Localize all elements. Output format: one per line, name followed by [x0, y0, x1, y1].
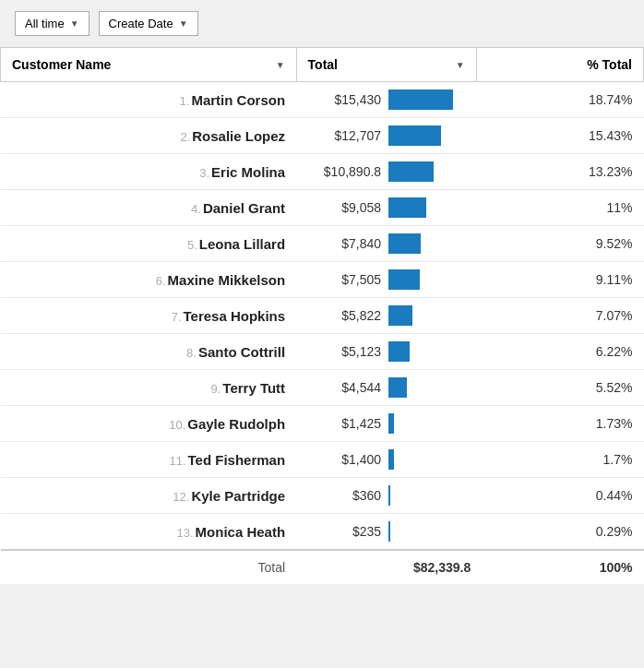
table-footer-row: Total $82,339.8 100% — [1, 550, 644, 584]
bar — [388, 269, 420, 290]
cell-customer-name: 8.Santo Cottrill — [1, 334, 297, 370]
bar — [388, 485, 390, 506]
cell-total: $1,425 — [296, 406, 476, 442]
table-row: 7.Teresa Hopkins $5,822 7.07% — [1, 298, 644, 334]
cell-total: $7,840 — [296, 226, 476, 262]
rank-label: 10. — [169, 418, 185, 432]
pct-value: 1.7% — [603, 452, 633, 467]
bar — [388, 377, 407, 398]
footer-total: $82,339.8 — [413, 560, 471, 575]
rank-label: 7. — [172, 310, 182, 324]
table-row: 4.Daniel Grant $9,058 11% — [1, 190, 644, 226]
pct-value: 1.73% — [596, 416, 633, 431]
total-value: $12,707 — [307, 128, 381, 143]
table-container: Customer Name ▼ Total ▼ % Total — [0, 47, 644, 584]
time-filter-arrow: ▼ — [70, 18, 79, 29]
total-value: $235 — [307, 524, 381, 539]
time-filter-button[interactable]: All time ▼ — [15, 11, 89, 36]
date-filter-arrow: ▼ — [179, 18, 188, 29]
cell-pct: 9.52% — [476, 226, 643, 262]
table-row: 11.Ted Fisherman $1,400 1.7% — [1, 442, 644, 478]
time-filter-label: All time — [25, 17, 65, 30]
date-filter-label: Create Date — [109, 17, 173, 30]
bar — [388, 197, 426, 218]
customer-name: Teresa Hopkins — [184, 308, 286, 324]
cell-customer-name: 7.Teresa Hopkins — [1, 298, 297, 334]
customer-name: Maxine Mikkelson — [168, 272, 286, 288]
rank-label: 5. — [187, 238, 197, 252]
cell-total: $5,123 — [296, 334, 476, 370]
total-value: $7,505 — [307, 272, 381, 287]
table-row: 2.Rosalie Lopez $12,707 15.43% — [1, 118, 644, 154]
pct-value: 15.43% — [589, 128, 632, 143]
cell-customer-name: 13.Monica Heath — [1, 514, 297, 551]
top-bar: All time ▼ Create Date ▼ — [0, 0, 644, 47]
bar — [388, 125, 441, 146]
total-value: $10,890.8 — [307, 164, 381, 179]
pct-value: 5.52% — [596, 380, 633, 395]
rank-label: 6. — [156, 274, 166, 288]
cell-pct: 7.07% — [476, 298, 643, 334]
table-row: 13.Monica Heath $235 0.29% — [1, 514, 644, 551]
cell-customer-name: 10.Gayle Rudolph — [1, 406, 297, 442]
col-total-arrow: ▼ — [456, 60, 465, 70]
cell-total: $360 — [296, 478, 476, 514]
bar — [388, 413, 394, 434]
cell-total: $5,822 — [296, 298, 476, 334]
customer-name: Terry Tutt — [222, 380, 285, 396]
customer-name: Gayle Rudolph — [187, 416, 285, 432]
customer-name: Santo Cottrill — [198, 344, 285, 360]
rank-label: 13. — [177, 526, 194, 540]
footer-pct: 100% — [600, 560, 633, 575]
customer-name: Daniel Grant — [203, 200, 285, 216]
total-value: $1,425 — [307, 416, 381, 431]
table-row: 8.Santo Cottrill $5,123 6.22% — [1, 334, 644, 370]
footer-label-cell: Total — [1, 550, 297, 584]
cell-total: $235 — [296, 514, 476, 551]
col-header-name[interactable]: Customer Name ▼ — [1, 48, 297, 82]
pct-value: 0.29% — [596, 524, 633, 539]
table-header-row: Customer Name ▼ Total ▼ % Total — [1, 48, 644, 82]
table-row: 1.Martin Corson $15,430 18.74% — [1, 82, 644, 118]
cell-pct: 15.43% — [476, 118, 643, 154]
col-header-total[interactable]: Total ▼ — [296, 48, 476, 82]
footer-pct-cell: 100% — [476, 550, 643, 584]
pct-value: 18.74% — [589, 92, 632, 107]
table-row: 10.Gayle Rudolph $1,425 1.73% — [1, 406, 644, 442]
customer-name: Martin Corson — [191, 92, 285, 108]
col-pct-label: % Total — [587, 57, 632, 72]
pct-value: 11% — [606, 200, 632, 215]
table-row: 6.Maxine Mikkelson $7,505 9.11% — [1, 262, 644, 298]
total-value: $9,058 — [307, 200, 381, 215]
rank-label: 9. — [210, 382, 221, 396]
cell-pct: 13.23% — [476, 154, 643, 190]
bar — [388, 305, 412, 326]
total-value: $360 — [307, 488, 381, 503]
customer-name: Rosalie Lopez — [192, 128, 285, 144]
cell-pct: 18.74% — [476, 82, 643, 118]
cell-customer-name: 2.Rosalie Lopez — [1, 118, 297, 154]
col-total-label: Total — [308, 57, 338, 72]
cell-customer-name: 12.Kyle Partridge — [1, 478, 297, 514]
cell-pct: 0.44% — [476, 478, 643, 514]
cell-pct: 9.11% — [476, 262, 643, 298]
bar — [388, 89, 453, 110]
table-row: 5.Leona Lillard $7,840 9.52% — [1, 226, 644, 262]
cell-total: $7,505 — [296, 262, 476, 298]
cell-total: $1,400 — [296, 442, 476, 478]
pct-value: 9.11% — [596, 272, 633, 287]
cell-customer-name: 9.Terry Tutt — [1, 370, 297, 406]
date-filter-button[interactable]: Create Date ▼ — [99, 11, 198, 36]
bar — [388, 233, 421, 254]
cell-total: $10,890.8 — [296, 154, 476, 190]
bar — [388, 161, 434, 182]
cell-customer-name: 3.Eric Molina — [1, 154, 297, 190]
col-header-pct: % Total — [476, 48, 643, 82]
bar — [388, 341, 410, 362]
cell-pct: 5.52% — [476, 370, 643, 406]
table-row: 9.Terry Tutt $4,544 5.52% — [1, 370, 644, 406]
cell-pct: 1.73% — [476, 406, 643, 442]
customer-name: Ted Fisherman — [188, 452, 286, 468]
cell-pct: 0.29% — [476, 514, 643, 551]
cell-total: $9,058 — [296, 190, 476, 226]
